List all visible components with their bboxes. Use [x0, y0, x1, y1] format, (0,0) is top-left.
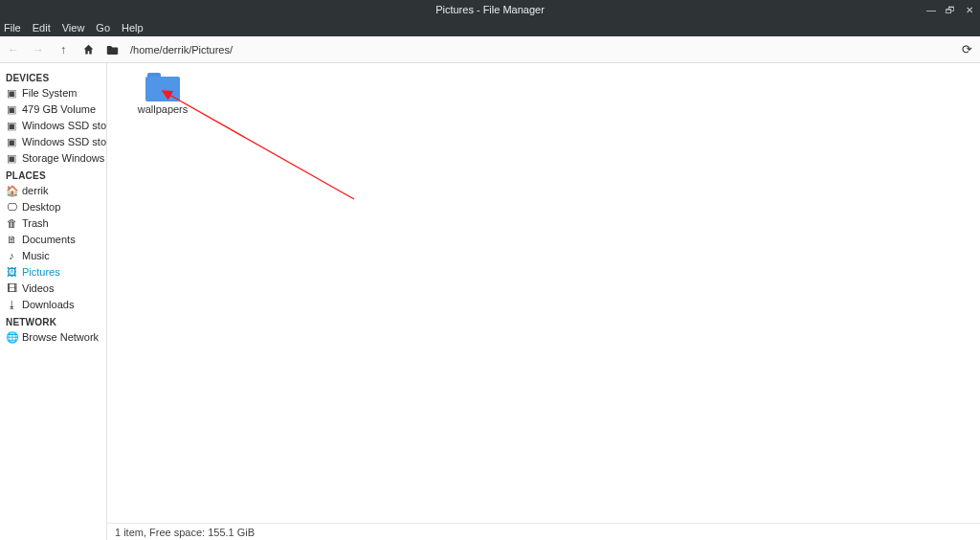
- sidebar-item-label: Windows SSD storage 2: [22, 119, 107, 133]
- window-controls: — 🗗 ✕: [924, 0, 976, 19]
- maximize-icon[interactable]: 🗗: [944, 5, 957, 15]
- sidebar-item-desktop[interactable]: 🖵 Desktop: [4, 199, 102, 215]
- drive-icon: ▣: [6, 102, 17, 117]
- menu-view[interactable]: View: [62, 22, 85, 34]
- desktop-icon: 🖵: [6, 200, 17, 214]
- sidebar: DEVICES ▣ File System ▣ 479 GB Volume ▣ …: [0, 63, 107, 540]
- sidebar-item-label: Storage Windows: [22, 151, 104, 166]
- sidebar-item-label: Windows SSD storage: [22, 135, 107, 149]
- menu-go[interactable]: Go: [96, 22, 110, 34]
- sidebar-header-places: PLACES: [6, 170, 102, 181]
- videos-icon: 🎞: [6, 281, 17, 296]
- drive-icon: ▣: [6, 119, 17, 133]
- menu-edit[interactable]: Edit: [33, 22, 51, 34]
- content-pane: wallpapers 1 item, Free space: 155.1 GiB: [107, 63, 980, 540]
- sidebar-item-label: Videos: [22, 281, 54, 296]
- close-icon[interactable]: ✕: [963, 5, 976, 15]
- nav-back-button[interactable]: ←: [6, 42, 21, 57]
- music-icon: ♪: [6, 249, 17, 263]
- trash-icon: 🗑: [6, 216, 17, 231]
- statusbar: 1 item, Free space: 155.1 GiB: [107, 523, 980, 540]
- titlebar: Pictures - File Manager — 🗗 ✕: [0, 0, 980, 19]
- status-text: 1 item, Free space: 155.1 GiB: [115, 527, 255, 538]
- sidebar-item-home[interactable]: 🏠 derrik: [4, 183, 102, 199]
- menu-file[interactable]: File: [4, 22, 21, 34]
- nav-home-button[interactable]: [80, 42, 96, 57]
- sidebar-item-label: derrik: [22, 184, 49, 198]
- sidebar-item-label: Documents: [22, 233, 76, 247]
- main-area: DEVICES ▣ File System ▣ 479 GB Volume ▣ …: [0, 63, 980, 540]
- home-icon: 🏠: [6, 184, 17, 198]
- sidebar-item-label: Desktop: [22, 200, 60, 214]
- folder-item-wallpapers[interactable]: wallpapers: [124, 73, 201, 115]
- pictures-icon: 🖼: [6, 265, 17, 280]
- window-title: Pictures - File Manager: [0, 4, 980, 15]
- sidebar-item-music[interactable]: ♪ Music: [4, 248, 102, 264]
- minimize-icon[interactable]: —: [924, 5, 938, 15]
- sidebar-item-documents[interactable]: 🗎 Documents: [4, 232, 102, 248]
- menu-help[interactable]: Help: [122, 22, 144, 34]
- toolbar: ← → ↑ /home/derrik/Pictures/ ⟳: [0, 36, 980, 63]
- sidebar-item-volume[interactable]: ▣ 479 GB Volume: [4, 101, 102, 118]
- icon-grid[interactable]: wallpapers: [107, 63, 980, 523]
- menubar: File Edit View Go Help: [0, 19, 980, 36]
- sidebar-item-label: Browse Network: [22, 330, 99, 345]
- drive-icon: ▣: [6, 151, 17, 166]
- sidebar-item-label: Trash: [22, 216, 49, 231]
- sidebar-header-network: NETWORK: [6, 317, 102, 327]
- drive-icon: ▣: [6, 135, 17, 149]
- sidebar-item-videos[interactable]: 🎞 Videos: [4, 281, 102, 297]
- sidebar-item-label: Music: [22, 249, 50, 263]
- downloads-icon: ⭳: [6, 298, 17, 312]
- sidebar-item-ssd[interactable]: ▣ Windows SSD storage: [4, 134, 102, 150]
- sidebar-item-browse-network[interactable]: 🌐 Browse Network: [4, 329, 102, 346]
- sidebar-item-trash[interactable]: 🗑 Trash: [4, 215, 102, 232]
- nav-up-button[interactable]: ↑: [56, 42, 71, 57]
- path-folder-icon: [105, 43, 119, 56]
- sidebar-item-ssd2[interactable]: ▣ Windows SSD storage 2: [4, 118, 102, 134]
- sidebar-item-label: 479 GB Volume: [22, 102, 96, 117]
- drive-icon: ▣: [6, 86, 17, 101]
- sidebar-item-pictures[interactable]: 🖼 Pictures: [4, 264, 102, 281]
- sidebar-item-storage-windows[interactable]: ▣ Storage Windows: [4, 150, 102, 167]
- sidebar-header-devices: DEVICES: [6, 73, 102, 83]
- sidebar-item-downloads[interactable]: ⭳ Downloads: [4, 297, 102, 313]
- documents-icon: 🗎: [6, 233, 17, 247]
- sidebar-item-label: Pictures: [22, 265, 60, 280]
- sidebar-item-file-system[interactable]: ▣ File System: [4, 85, 102, 101]
- sidebar-item-label: File System: [22, 86, 77, 101]
- refresh-button[interactable]: ⟳: [962, 42, 972, 56]
- home-icon: [82, 43, 95, 56]
- network-icon: 🌐: [6, 330, 17, 345]
- folder-label: wallpapers: [138, 103, 189, 115]
- nav-forward-button[interactable]: →: [31, 42, 46, 57]
- path-field[interactable]: /home/derrik/Pictures/: [130, 44, 233, 56]
- sidebar-item-label: Downloads: [22, 298, 74, 312]
- folder-icon: [145, 73, 180, 101]
